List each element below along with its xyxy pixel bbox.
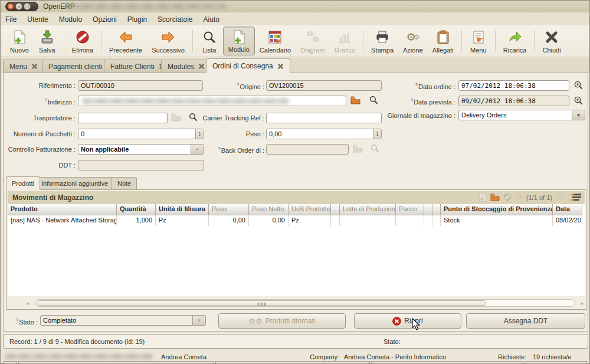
menu-bar: File Utente Modulo Opzioni Plugin Scorci… <box>1 13 590 25</box>
toolbar-print-button[interactable]: Stampa <box>366 27 398 55</box>
carrier-tracking-label: Carrier Tracking Ref : <box>192 114 264 122</box>
new-document-icon <box>13 29 26 45</box>
status-bar: Record: 1 / 9 di 9 - Modifica documento … <box>3 334 588 349</box>
tab-close-icon[interactable] <box>198 63 205 70</box>
search-record-icon <box>371 144 381 153</box>
no-entry-icon <box>76 29 90 45</box>
menu-aiuto[interactable]: Aiuto <box>203 15 219 24</box>
window-close-icon[interactable]: ✕ <box>7 3 14 10</box>
riapri-button[interactable]: Riapri <box>354 313 461 329</box>
column-header-punto-stoccaggio[interactable]: Punto di Stoccaggio di Provenienza <box>441 204 553 215</box>
toolbar-new-button[interactable]: Nuovo <box>5 27 34 55</box>
toolbar-next-button[interactable]: Successivo <box>147 27 189 55</box>
company-value-text: Andrea Cometa - Perito Informatico <box>344 353 446 360</box>
stato-dropdown: Completato ▼ <box>40 315 206 326</box>
toolbar-graph-button: Grafico <box>330 27 360 55</box>
peso-label: Peso : <box>192 130 264 137</box>
reload-arrow-icon <box>508 29 522 45</box>
close-x-icon <box>545 29 559 45</box>
column-header-data[interactable]: Data <box>553 204 582 215</box>
ddt-field <box>78 160 204 170</box>
column-header-pacco[interactable]: Pacco <box>396 204 424 215</box>
controllo-label: Controllo Fatturazione : <box>4 146 76 153</box>
scrollbar-track[interactable]: ▮▮▮ <box>35 299 575 307</box>
giornale-dropdown[interactable]: Delivery Orders ▼ <box>458 110 585 120</box>
spinner-arrows-icon[interactable]: ▲▼ <box>373 129 381 139</box>
origine-field: OV1200015 <box>266 80 382 91</box>
calendar-zoom-icon[interactable] <box>573 80 584 90</box>
column-header-quantita[interactable]: Quantità <box>117 204 156 215</box>
tab-ordini-di-consegna[interactable]: Ordini di Consegna <box>206 58 290 73</box>
tab-prodotti[interactable]: Prodotti <box>6 176 40 190</box>
column-header-lotto[interactable]: Lotto di Produzione <box>340 204 396 215</box>
menu-plugin[interactable]: Plugin <box>127 15 147 24</box>
gears-icon: ⚙⚙ <box>248 317 262 326</box>
riferimento-label: Riferimento : <box>4 82 76 89</box>
toolbar-save-button[interactable]: Salva <box>34 27 61 55</box>
trasportatore-field[interactable] <box>78 113 168 123</box>
tab-modules[interactable]: Modules <box>161 60 211 73</box>
menu-modulo[interactable]: Modulo <box>59 15 82 24</box>
tab-menu[interactable]: Menu <box>3 60 44 73</box>
toolbar-close-button[interactable]: Chiudi <box>537 27 565 55</box>
scroll-right-icon[interactable]: ▸ <box>581 300 584 306</box>
column-header-prodotto[interactable]: Prodotto <box>8 204 117 215</box>
table-row[interactable]: [nas] NAS - Network Attached Storage 1,0… <box>8 215 585 226</box>
menu-opzioni[interactable]: Opzioni <box>93 15 117 24</box>
column-header-empty <box>424 204 432 215</box>
toolbar-attachments-button[interactable]: Allegati <box>428 27 458 55</box>
window-minimize-icon[interactable]: ˅ <box>15 3 22 10</box>
panel-title: Movimenti di Magazzino <box>8 194 478 202</box>
diagram-icon <box>306 29 320 45</box>
column-header-empty <box>331 204 340 215</box>
tab-informazioni-aggiuntive[interactable]: Informazioni aggiuntive <box>35 177 114 189</box>
open-line-icon[interactable] <box>490 193 500 202</box>
tab-close-icon[interactable] <box>31 63 38 70</box>
tab-close-icon[interactable] <box>277 63 284 70</box>
company-label: Company: <box>310 353 339 360</box>
arrow-right-icon <box>161 29 175 45</box>
carrier-tracking-field[interactable] <box>266 113 382 123</box>
chevron-down-icon[interactable]: ▼ <box>572 110 585 120</box>
toolbar-list-button[interactable]: Lista <box>196 27 223 55</box>
calendar-zoom-icon[interactable] <box>573 96 584 105</box>
toolbar-form-button[interactable]: Modulo <box>223 27 255 55</box>
menu-utente[interactable]: Utente <box>27 15 48 24</box>
requests-value-text: 19 richiesta/e <box>533 353 571 360</box>
pacchetti-spinner[interactable]: 0 ▲▼ <box>78 129 204 139</box>
toolbar-reload-button[interactable]: Ricarica <box>499 27 532 55</box>
indirizzo-field[interactable] <box>78 96 346 106</box>
main-tab-bar: Menu Pagamenti clienti Fatture Clienti M… <box>1 58 590 73</box>
toolbar-previous-button[interactable]: Precedente <box>104 27 147 55</box>
toolbar-calendar-button[interactable]: ☛ Calendario <box>255 27 296 55</box>
clipboard-icon <box>437 29 450 45</box>
delete-line-icon <box>503 193 512 202</box>
scrollbar-thumb[interactable]: ▮▮▮ <box>37 300 486 306</box>
status-segments <box>3 361 588 364</box>
column-header-uos-prodotto[interactable]: UoS Prodotto <box>289 204 331 215</box>
controllo-dropdown: Non applicabile ▼ <box>78 144 204 155</box>
toolbar-delete-button[interactable]: Elimina <box>67 27 98 55</box>
data-ordine-field[interactable]: 07/02/2012 18:06:38 <box>458 80 569 91</box>
table-header-row: Prodotto Quantità Unità di Misura Peso P… <box>8 204 585 215</box>
column-header-peso-netto[interactable]: Peso Netto <box>249 204 289 215</box>
title-bar: ✕ ˅ □ OpenERP - <box>1 1 590 12</box>
column-header-unita-di-misura[interactable]: Unità di Misura <box>156 204 209 215</box>
column-header-peso[interactable]: Peso <box>209 204 249 215</box>
switch-view-icon[interactable] <box>571 193 581 202</box>
menu-file[interactable]: File <box>5 15 17 24</box>
menu-scorciatoie[interactable]: Scorciatoie <box>158 15 192 24</box>
window-maximize-icon[interactable]: □ <box>24 3 31 10</box>
tab-note[interactable]: Note <box>112 177 137 189</box>
open-folder-icon[interactable] <box>350 96 361 105</box>
prodotti-ritornati-button: ⚙⚙ Prodotti ritornati <box>218 313 346 329</box>
window-controls: ✕ ˅ □ <box>5 2 38 11</box>
stato-label: ?Stato : <box>11 317 38 326</box>
toolbar-menu-button[interactable]: ☛ Menu <box>465 27 492 55</box>
horizontal-scrollbar[interactable]: ◂ ▮▮▮ ▸ <box>27 299 584 307</box>
assegna-ddt-button[interactable]: Assegna DDT <box>466 313 585 329</box>
scroll-left-icon[interactable]: ◂ <box>27 300 30 306</box>
toolbar-action-button[interactable]: ⚙⚙ Azione <box>398 27 428 55</box>
pagination-text: (1/1 of 1) <box>526 194 552 201</box>
peso-spinner[interactable]: 0,00 ▲▼ <box>266 129 382 139</box>
